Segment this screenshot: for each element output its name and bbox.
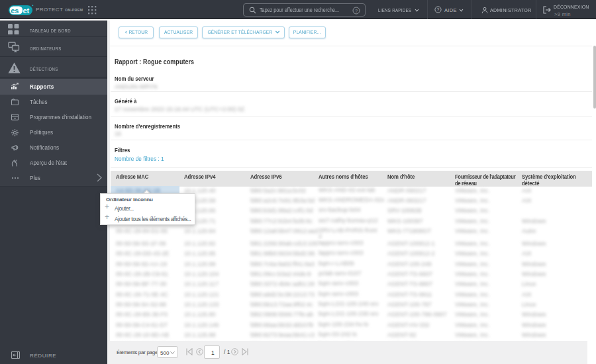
svg-text:es: es bbox=[11, 6, 19, 14]
svg-text:et: et bbox=[23, 6, 30, 14]
svg-text:?: ? bbox=[437, 7, 440, 12]
svg-text:?: ? bbox=[355, 8, 358, 14]
